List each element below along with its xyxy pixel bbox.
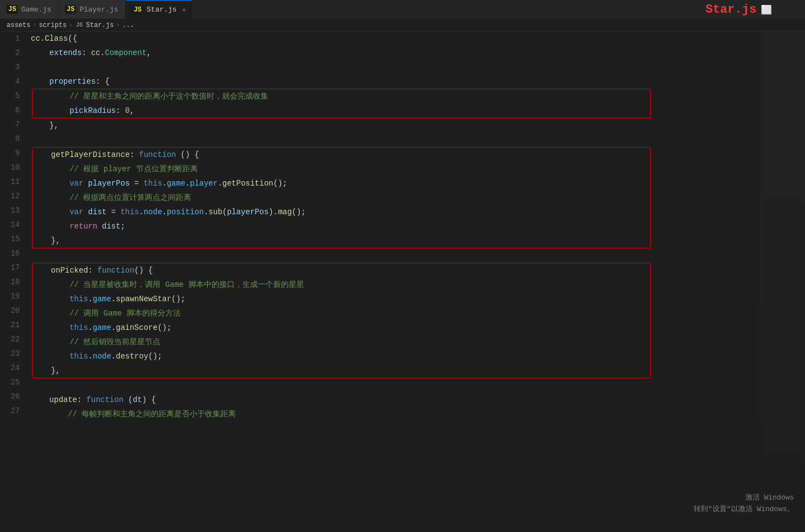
- win-activation-line1: 激活 Windows: [694, 492, 794, 504]
- code-line-20: // 调用 Game 脚本的得分方法: [33, 306, 650, 321]
- code-token: position: [167, 205, 204, 219]
- code-area[interactable]: cc.Class({ extends: cc.Component, proper…: [26, 31, 761, 532]
- code-token: cc: [91, 46, 100, 60]
- code-token: [33, 278, 69, 292]
- code-token: sub: [208, 205, 222, 219]
- code-token: ();: [171, 292, 185, 306]
- ln-8: 8: [0, 132, 20, 146]
- code-token: .: [111, 292, 116, 306]
- code-token: // 根据 player 节点位置判断距离: [69, 162, 197, 176]
- code-token: dist: [88, 205, 107, 219]
- code-token: game: [167, 176, 186, 191]
- code-token: [31, 74, 50, 89]
- code-token: game: [93, 292, 111, 306]
- code-token: this: [144, 176, 163, 191]
- ln-27: 27: [0, 404, 20, 418]
- code-line-9: getPlayerDistance: function () {: [33, 148, 650, 162]
- code-token: function: [87, 393, 123, 407]
- js-icon-player: JS: [65, 5, 76, 14]
- code-token: .: [185, 176, 190, 191]
- code-token: .: [218, 176, 222, 191]
- code-token: :: [129, 148, 139, 162]
- code-token: dist: [102, 219, 121, 234]
- ln-20: 20: [0, 303, 20, 318]
- ln-14: 14: [0, 218, 20, 232]
- ln-15: 15: [0, 232, 20, 246]
- code-token: [31, 407, 68, 421]
- code-token: gainScore: [116, 321, 158, 335]
- code-line-8: [31, 133, 761, 147]
- breadcrumb-ellipsis[interactable]: ...: [122, 21, 134, 29]
- editor: 1 2 3 4 5 6 7 8 9 10 11 12 13 14 15 16 1…: [0, 31, 805, 532]
- code-token: () {: [176, 148, 199, 162]
- code-token: 0: [125, 104, 129, 118]
- code-token: this: [121, 205, 139, 219]
- code-line-6: pickRadius: 0,: [33, 104, 650, 118]
- breadcrumb-file[interactable]: Star.js: [86, 21, 114, 29]
- title-bar-right: Star.js ⬜: [706, 0, 772, 19]
- win-activation-line2: 转到"设置"以激活 Windows。: [694, 504, 794, 515]
- code-token: playerPos: [88, 176, 130, 191]
- ln-13: 13: [0, 203, 20, 218]
- ln-16: 16: [0, 246, 20, 260]
- breadcrumb-assets[interactable]: assets: [7, 21, 30, 29]
- win-activation: 激活 Windows 转到"设置"以激活 Windows。: [694, 492, 794, 515]
- code-line-10: // 根据 player 节点位置判断距离: [33, 162, 650, 176]
- ln-10: 10: [0, 160, 20, 175]
- tab-player[interactable]: JS Player.js: [58, 0, 126, 19]
- code-token: },: [33, 234, 60, 248]
- tab-star[interactable]: JS Star.js ✕: [126, 0, 193, 19]
- code-token: [33, 176, 69, 191]
- code-token: var: [69, 205, 83, 219]
- code-token: ).: [269, 205, 278, 219]
- code-token: ;: [121, 219, 125, 234]
- tab-player-label: Player.js: [79, 6, 118, 14]
- code-token: onPicked: [51, 263, 88, 278]
- ln-24: 24: [0, 361, 20, 375]
- code-token: },: [33, 363, 60, 378]
- code-token: [31, 393, 50, 407]
- tab-game-label: Game.js: [21, 6, 51, 14]
- code-token: :: [88, 263, 98, 278]
- code-token: [33, 219, 69, 234]
- code-token: spawnNewStar: [116, 292, 171, 306]
- code-token: [98, 219, 102, 234]
- code-token: .: [204, 205, 208, 219]
- code-token: player: [190, 176, 218, 191]
- code-token: node: [93, 349, 111, 363]
- code-token: .: [162, 205, 166, 219]
- code-line-25: [31, 378, 761, 393]
- code-line-2: extends: cc.Component,: [31, 46, 761, 60]
- code-token: update: [50, 393, 77, 407]
- window-title: Star.js: [706, 3, 757, 17]
- code-token: // 星星和主角之间的距离小于这个数值时，就会完成收集: [69, 89, 268, 104]
- close-icon[interactable]: ✕: [182, 6, 186, 13]
- code-token: // 当星星被收集时，调用 Game 脚本中的接口，生成一个新的星星: [69, 278, 304, 292]
- code-token: [83, 176, 88, 191]
- split-editor-icon[interactable]: ⬜: [761, 4, 772, 15]
- code-token: ();: [148, 349, 162, 363]
- code-token: :: [77, 393, 87, 407]
- breadcrumb-js-icon: JS: [75, 21, 84, 29]
- minimap[interactable]: [761, 31, 805, 532]
- code-token: getPosition: [223, 176, 273, 191]
- ln-19: 19: [0, 289, 20, 303]
- code-token: [33, 292, 69, 306]
- breadcrumb-scripts[interactable]: scripts: [39, 21, 66, 29]
- code-token: .: [162, 176, 166, 191]
- code-line-16: [31, 248, 761, 263]
- code-token: .: [88, 292, 93, 306]
- code-line-5: // 星星和主角之间的距离小于这个数值时，就会完成收集: [33, 89, 650, 104]
- highlight-box-1: // 星星和主角之间的距离小于这个数值时，就会完成收集 pickRadius: …: [32, 89, 651, 118]
- tab-game[interactable]: JS Game.js: [0, 0, 58, 19]
- ln-22: 22: [0, 332, 20, 346]
- code-token: () {: [134, 263, 153, 278]
- code-token: pickRadius: [69, 104, 116, 118]
- code-token: .: [111, 321, 116, 335]
- breadcrumb-sep2: ›: [69, 21, 73, 29]
- code-token: Component: [105, 46, 147, 60]
- code-line-24: },: [33, 363, 650, 378]
- code-token: dt: [133, 393, 142, 407]
- code-line-12: // 根据两点位置计算两点之间距离: [33, 191, 650, 205]
- code-line-27: // 每帧判断和主角之间的距离是否小于收集距离: [31, 407, 761, 421]
